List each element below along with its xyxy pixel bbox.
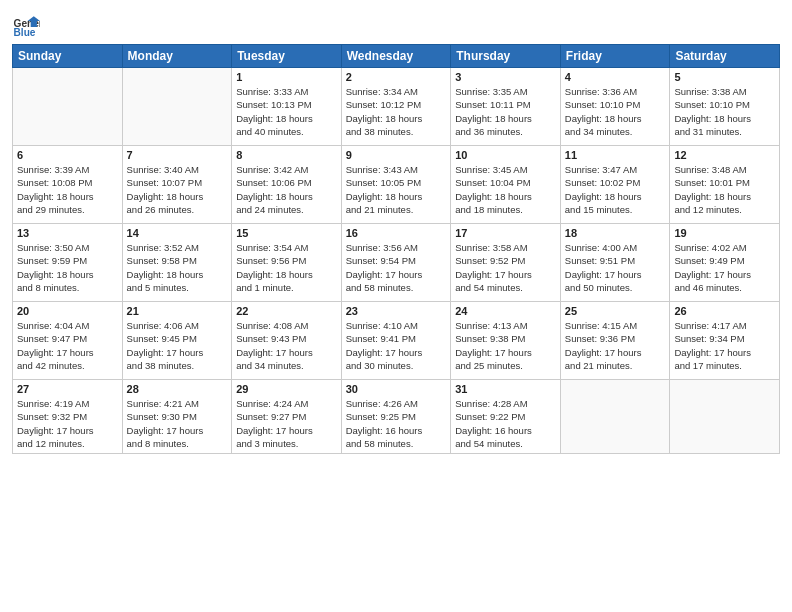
day-number: 24 xyxy=(455,305,556,317)
day-info: Sunrise: 4:21 AM Sunset: 9:30 PM Dayligh… xyxy=(127,397,228,450)
day-info: Sunrise: 3:56 AM Sunset: 9:54 PM Dayligh… xyxy=(346,241,447,294)
calendar-cell: 5Sunrise: 3:38 AM Sunset: 10:10 PM Dayli… xyxy=(670,68,780,146)
calendar-cell xyxy=(670,380,780,454)
col-header-saturday: Saturday xyxy=(670,45,780,68)
day-number: 3 xyxy=(455,71,556,83)
day-number: 5 xyxy=(674,71,775,83)
calendar-cell: 23Sunrise: 4:10 AM Sunset: 9:41 PM Dayli… xyxy=(341,302,451,380)
calendar-cell: 2Sunrise: 3:34 AM Sunset: 10:12 PM Dayli… xyxy=(341,68,451,146)
calendar-cell: 18Sunrise: 4:00 AM Sunset: 9:51 PM Dayli… xyxy=(560,224,670,302)
day-info: Sunrise: 3:38 AM Sunset: 10:10 PM Daylig… xyxy=(674,85,775,138)
day-number: 27 xyxy=(17,383,118,395)
day-info: Sunrise: 3:45 AM Sunset: 10:04 PM Daylig… xyxy=(455,163,556,216)
calendar-cell: 22Sunrise: 4:08 AM Sunset: 9:43 PM Dayli… xyxy=(232,302,342,380)
calendar-cell: 21Sunrise: 4:06 AM Sunset: 9:45 PM Dayli… xyxy=(122,302,232,380)
day-number: 8 xyxy=(236,149,337,161)
col-header-tuesday: Tuesday xyxy=(232,45,342,68)
calendar-cell: 28Sunrise: 4:21 AM Sunset: 9:30 PM Dayli… xyxy=(122,380,232,454)
calendar-cell: 9Sunrise: 3:43 AM Sunset: 10:05 PM Dayli… xyxy=(341,146,451,224)
day-info: Sunrise: 4:13 AM Sunset: 9:38 PM Dayligh… xyxy=(455,319,556,372)
day-info: Sunrise: 4:28 AM Sunset: 9:22 PM Dayligh… xyxy=(455,397,556,450)
svg-text:Blue: Blue xyxy=(14,27,36,38)
day-number: 29 xyxy=(236,383,337,395)
day-info: Sunrise: 4:26 AM Sunset: 9:25 PM Dayligh… xyxy=(346,397,447,450)
day-info: Sunrise: 3:43 AM Sunset: 10:05 PM Daylig… xyxy=(346,163,447,216)
day-info: Sunrise: 3:50 AM Sunset: 9:59 PM Dayligh… xyxy=(17,241,118,294)
calendar-week-2: 6Sunrise: 3:39 AM Sunset: 10:08 PM Dayli… xyxy=(13,146,780,224)
calendar-cell: 27Sunrise: 4:19 AM Sunset: 9:32 PM Dayli… xyxy=(13,380,123,454)
col-header-sunday: Sunday xyxy=(13,45,123,68)
day-info: Sunrise: 3:52 AM Sunset: 9:58 PM Dayligh… xyxy=(127,241,228,294)
day-number: 1 xyxy=(236,71,337,83)
header: General Blue xyxy=(12,10,780,38)
calendar-cell: 3Sunrise: 3:35 AM Sunset: 10:11 PM Dayli… xyxy=(451,68,561,146)
calendar-cell: 6Sunrise: 3:39 AM Sunset: 10:08 PM Dayli… xyxy=(13,146,123,224)
calendar-header-row: SundayMondayTuesdayWednesdayThursdayFrid… xyxy=(13,45,780,68)
day-number: 12 xyxy=(674,149,775,161)
calendar-cell: 20Sunrise: 4:04 AM Sunset: 9:47 PM Dayli… xyxy=(13,302,123,380)
day-number: 31 xyxy=(455,383,556,395)
day-info: Sunrise: 4:15 AM Sunset: 9:36 PM Dayligh… xyxy=(565,319,666,372)
col-header-wednesday: Wednesday xyxy=(341,45,451,68)
calendar-cell: 24Sunrise: 4:13 AM Sunset: 9:38 PM Dayli… xyxy=(451,302,561,380)
day-info: Sunrise: 3:54 AM Sunset: 9:56 PM Dayligh… xyxy=(236,241,337,294)
calendar-cell xyxy=(122,68,232,146)
day-info: Sunrise: 4:02 AM Sunset: 9:49 PM Dayligh… xyxy=(674,241,775,294)
day-info: Sunrise: 3:39 AM Sunset: 10:08 PM Daylig… xyxy=(17,163,118,216)
day-number: 4 xyxy=(565,71,666,83)
day-number: 26 xyxy=(674,305,775,317)
day-number: 25 xyxy=(565,305,666,317)
calendar-cell: 4Sunrise: 3:36 AM Sunset: 10:10 PM Dayli… xyxy=(560,68,670,146)
calendar-cell: 10Sunrise: 3:45 AM Sunset: 10:04 PM Dayl… xyxy=(451,146,561,224)
day-info: Sunrise: 3:42 AM Sunset: 10:06 PM Daylig… xyxy=(236,163,337,216)
day-number: 13 xyxy=(17,227,118,239)
day-number: 19 xyxy=(674,227,775,239)
calendar-week-4: 20Sunrise: 4:04 AM Sunset: 9:47 PM Dayli… xyxy=(13,302,780,380)
col-header-friday: Friday xyxy=(560,45,670,68)
calendar-week-5: 27Sunrise: 4:19 AM Sunset: 9:32 PM Dayli… xyxy=(13,380,780,454)
day-info: Sunrise: 3:58 AM Sunset: 9:52 PM Dayligh… xyxy=(455,241,556,294)
day-info: Sunrise: 4:10 AM Sunset: 9:41 PM Dayligh… xyxy=(346,319,447,372)
day-info: Sunrise: 4:00 AM Sunset: 9:51 PM Dayligh… xyxy=(565,241,666,294)
day-info: Sunrise: 4:19 AM Sunset: 9:32 PM Dayligh… xyxy=(17,397,118,450)
day-number: 30 xyxy=(346,383,447,395)
day-info: Sunrise: 3:48 AM Sunset: 10:01 PM Daylig… xyxy=(674,163,775,216)
day-number: 10 xyxy=(455,149,556,161)
day-number: 14 xyxy=(127,227,228,239)
day-number: 15 xyxy=(236,227,337,239)
day-number: 23 xyxy=(346,305,447,317)
calendar-cell: 25Sunrise: 4:15 AM Sunset: 9:36 PM Dayli… xyxy=(560,302,670,380)
day-number: 28 xyxy=(127,383,228,395)
day-info: Sunrise: 3:34 AM Sunset: 10:12 PM Daylig… xyxy=(346,85,447,138)
calendar-cell: 29Sunrise: 4:24 AM Sunset: 9:27 PM Dayli… xyxy=(232,380,342,454)
day-number: 21 xyxy=(127,305,228,317)
day-number: 2 xyxy=(346,71,447,83)
day-number: 9 xyxy=(346,149,447,161)
day-info: Sunrise: 4:08 AM Sunset: 9:43 PM Dayligh… xyxy=(236,319,337,372)
calendar-cell: 13Sunrise: 3:50 AM Sunset: 9:59 PM Dayli… xyxy=(13,224,123,302)
day-number: 11 xyxy=(565,149,666,161)
day-number: 20 xyxy=(17,305,118,317)
calendar-cell: 11Sunrise: 3:47 AM Sunset: 10:02 PM Dayl… xyxy=(560,146,670,224)
calendar-week-3: 13Sunrise: 3:50 AM Sunset: 9:59 PM Dayli… xyxy=(13,224,780,302)
calendar-cell: 1Sunrise: 3:33 AM Sunset: 10:13 PM Dayli… xyxy=(232,68,342,146)
day-info: Sunrise: 4:17 AM Sunset: 9:34 PM Dayligh… xyxy=(674,319,775,372)
day-info: Sunrise: 4:04 AM Sunset: 9:47 PM Dayligh… xyxy=(17,319,118,372)
calendar-cell: 30Sunrise: 4:26 AM Sunset: 9:25 PM Dayli… xyxy=(341,380,451,454)
day-info: Sunrise: 3:33 AM Sunset: 10:13 PM Daylig… xyxy=(236,85,337,138)
calendar-cell: 14Sunrise: 3:52 AM Sunset: 9:58 PM Dayli… xyxy=(122,224,232,302)
day-number: 6 xyxy=(17,149,118,161)
day-number: 22 xyxy=(236,305,337,317)
day-info: Sunrise: 4:06 AM Sunset: 9:45 PM Dayligh… xyxy=(127,319,228,372)
calendar-cell: 16Sunrise: 3:56 AM Sunset: 9:54 PM Dayli… xyxy=(341,224,451,302)
day-number: 18 xyxy=(565,227,666,239)
calendar-cell: 19Sunrise: 4:02 AM Sunset: 9:49 PM Dayli… xyxy=(670,224,780,302)
logo-icon: General Blue xyxy=(12,10,40,38)
day-number: 7 xyxy=(127,149,228,161)
day-info: Sunrise: 3:40 AM Sunset: 10:07 PM Daylig… xyxy=(127,163,228,216)
calendar-table: SundayMondayTuesdayWednesdayThursdayFrid… xyxy=(12,44,780,454)
calendar-cell: 26Sunrise: 4:17 AM Sunset: 9:34 PM Dayli… xyxy=(670,302,780,380)
calendar-cell: 7Sunrise: 3:40 AM Sunset: 10:07 PM Dayli… xyxy=(122,146,232,224)
day-info: Sunrise: 3:35 AM Sunset: 10:11 PM Daylig… xyxy=(455,85,556,138)
page: General Blue SundayMondayTuesdayWednesda… xyxy=(0,0,792,612)
